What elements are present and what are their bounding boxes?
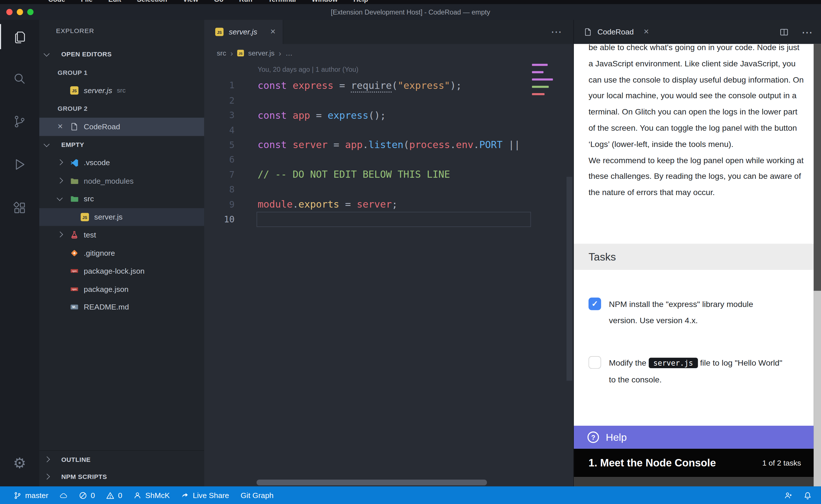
svg-text:npm: npm — [72, 270, 77, 273]
sidebar-item-node-modules[interactable]: node_modules — [39, 172, 204, 190]
help-section[interactable]: ? Help — [574, 426, 814, 449]
sidebar-item-test[interactable]: test — [39, 226, 204, 244]
code-line-7[interactable]: 7// -- DO NOT EDIT BELOW THIS LINE — [204, 167, 573, 182]
minimap[interactable] — [532, 64, 560, 101]
chevron-right-icon[interactable] — [58, 179, 70, 183]
search-icon[interactable] — [0, 66, 39, 91]
code-line-5[interactable]: 5const server = app.listen(process.env.P… — [204, 138, 573, 152]
sidebar-section-empty[interactable]: EMPTY — [39, 136, 204, 154]
chevron-right-icon[interactable] — [58, 233, 70, 237]
tab-close-icon[interactable]: × — [644, 27, 649, 37]
breadcrumb-separator-icon: › — [230, 48, 233, 57]
task-checkbox[interactable] — [588, 356, 601, 369]
panel-more-actions-icon[interactable]: ⋯ — [802, 26, 813, 38]
code-line-3[interactable]: 3const app = express(); — [204, 108, 573, 122]
code-line-8[interactable]: 8 — [204, 182, 573, 197]
split-editor-icon[interactable] — [779, 27, 789, 37]
item-label: node_modules — [84, 177, 134, 185]
sidebar-item-server-js[interactable]: JSserver.jssrc — [39, 82, 204, 100]
menu-item-terminal[interactable]: Terminal — [268, 0, 296, 4]
js-file-icon: JS — [237, 50, 244, 56]
sidebar-item-gitignore[interactable]: .gitignore — [39, 244, 204, 262]
settings-gear-icon[interactable]: ⚙ — [0, 451, 39, 476]
item-label: package.json — [84, 285, 128, 293]
chevron-right-icon[interactable] — [58, 161, 70, 165]
status-live-share[interactable]: Live Share — [181, 491, 229, 499]
tab-server-js[interactable]: JS server.js × — [204, 20, 283, 44]
menu-item-file[interactable]: File — [81, 0, 93, 4]
sidebar-item-package-lock-json[interactable]: npmpackage-lock.json — [39, 262, 204, 280]
status-account[interactable]: ShMcK — [134, 491, 169, 499]
explorer-sidebar: EXPLORER OPEN EDITORSGROUP 1JSserver.jss… — [39, 20, 204, 486]
menu-item-view[interactable]: View — [183, 0, 198, 4]
explorer-icon[interactable] — [0, 24, 39, 49]
panel-scrollbar — [814, 44, 821, 486]
close-button[interactable] — [6, 9, 13, 15]
breadcrumb-src[interactable]: src — [217, 49, 226, 57]
task-item-1: ✓NPM install the "express" library modul… — [588, 296, 783, 329]
status-warnings[interactable]: 0 — [107, 491, 122, 499]
code-line-6[interactable]: 6 — [204, 152, 573, 167]
branch-icon — [14, 491, 22, 499]
status-git-graph[interactable]: Git Graph — [241, 491, 273, 499]
svg-text:JS: JS — [72, 89, 77, 93]
tab-close-icon[interactable]: × — [270, 27, 275, 37]
sidebar-group-group-2: GROUP 2 — [39, 100, 204, 118]
panel-scrollbar-thumb[interactable] — [814, 44, 821, 291]
breadcrumbs: src › JS server.js › … — [204, 44, 573, 62]
sidebar-item-package-json[interactable]: npmpackage.json — [39, 280, 204, 298]
status-add-collaborator[interactable] — [784, 491, 792, 499]
js-file-icon: JS — [215, 27, 224, 37]
breadcrumb-symbol[interactable]: … — [285, 49, 293, 57]
sidebar-item-src[interactable]: src — [39, 190, 204, 208]
minimize-button[interactable] — [17, 9, 23, 15]
close-icon[interactable]: × — [58, 122, 70, 132]
menu-item-go[interactable]: Go — [214, 0, 224, 4]
activity-bar: ⚙ — [0, 20, 39, 486]
menu-item-help[interactable]: Help — [354, 0, 368, 4]
menu-item-run[interactable]: Run — [239, 0, 252, 4]
sidebar-section-open-editors[interactable]: OPEN EDITORS — [39, 46, 204, 63]
code-line-4[interactable]: 4 — [204, 122, 573, 137]
status-git-branch[interactable]: master — [14, 491, 48, 499]
minimap-line — [532, 86, 560, 89]
help-label: Help — [606, 431, 627, 443]
menu-item-edit[interactable]: Edit — [108, 0, 121, 4]
chevron-down-icon[interactable] — [58, 197, 70, 201]
editor-more-actions-icon[interactable]: ⋯ — [551, 20, 562, 44]
breadcrumb-server-js[interactable]: server.js — [248, 49, 275, 57]
sidebar-item-readme-md[interactable]: M↓README.md — [39, 298, 204, 316]
status-sync[interactable] — [60, 491, 68, 499]
minimap-line — [532, 93, 560, 97]
editor-vertical-scrollbar[interactable] — [566, 177, 572, 381]
menu-item-window[interactable]: Window — [312, 0, 338, 4]
code-line-10[interactable]: 10 — [204, 212, 573, 227]
status-notifications[interactable] — [804, 491, 812, 499]
run-debug-icon[interactable] — [0, 152, 39, 177]
sidebar-group-group-1: GROUP 1 — [39, 63, 204, 81]
sidebar-section-npm-scripts[interactable]: NPM SCRIPTS — [39, 468, 204, 486]
item-label: README.md — [84, 303, 129, 311]
sidebar-item-vscode[interactable]: .vscode — [39, 154, 204, 172]
lesson-header[interactable]: 1. Meet the Node Console 1 of 2 tasks — [574, 449, 814, 477]
editor-horizontal-scrollbar[interactable] — [257, 480, 487, 485]
zoom-button[interactable] — [27, 9, 34, 15]
codelens-blame[interactable]: You, 20 days ago | 1 author (You) — [258, 65, 359, 73]
sidebar-rows: OPEN EDITORSGROUP 1JSserver.jssrcGROUP 2… — [39, 46, 204, 316]
code-line-2[interactable]: 2 — [204, 93, 573, 108]
menu-item-selection[interactable]: Selection — [137, 0, 167, 4]
svg-text:M↓: M↓ — [72, 306, 76, 309]
status-errors[interactable]: 0 — [79, 491, 95, 499]
source-control-icon[interactable] — [0, 109, 39, 134]
extensions-icon[interactable] — [0, 195, 39, 220]
sidebar-item-coderoad[interactable]: ×CodeRoad — [39, 118, 204, 136]
tab-coderoad[interactable]: CodeRoad × — [574, 27, 649, 37]
code-line-1[interactable]: 1const express = require("express"); — [204, 78, 573, 93]
code-line-9[interactable]: 9module.exports = server; — [204, 197, 573, 212]
sidebar-section-outline[interactable]: OUTLINE — [39, 450, 204, 468]
sidebar-item-server-js[interactable]: JSserver.js — [39, 208, 204, 226]
svg-text:JS: JS — [239, 52, 243, 55]
minimap-line — [532, 64, 560, 67]
task-checkbox[interactable]: ✓ — [588, 298, 601, 310]
menu-item-code[interactable]: Code — [48, 0, 65, 4]
